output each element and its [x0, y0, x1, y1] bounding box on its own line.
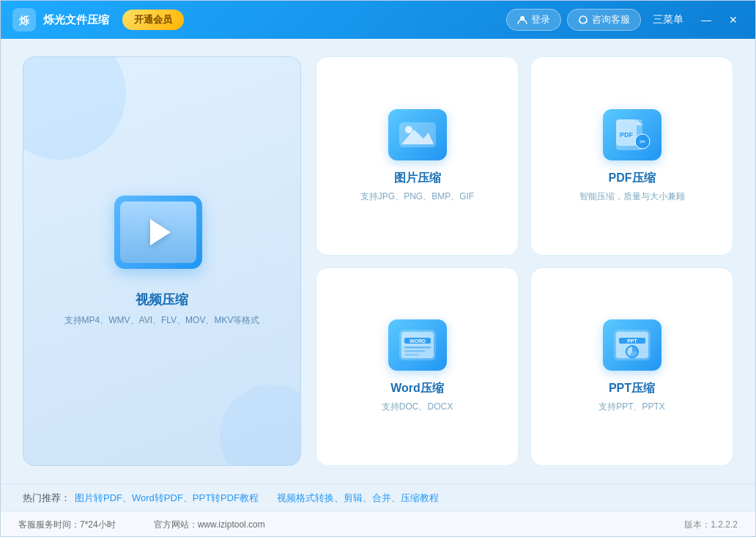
image-card-desc: 支持JPG、PNG、BMP、GIF	[360, 190, 474, 203]
ppt-card-desc: 支持PPT、PPTX	[598, 401, 665, 413]
image-compression-card[interactable]: 图片压缩 支持JPG、PNG、BMP、GIF	[316, 56, 519, 256]
hot-label: 热门推荐：	[23, 492, 70, 505]
version: 版本：1.2.2.2	[684, 519, 738, 531]
word-icon: WORD	[388, 319, 447, 371]
svg-rect-19	[404, 350, 425, 352]
svg-rect-18	[404, 347, 431, 349]
service-hours: 客服服务时间：7*24小时	[18, 519, 116, 531]
ppt-compression-card[interactable]: PPT PPT压缩 支持PPT、PPTX	[530, 267, 733, 467]
menu-button[interactable]: 三菜单	[647, 10, 689, 30]
titlebar-actions: 登录 咨询客服 三菜单 — ✕	[506, 9, 744, 31]
minimize-button[interactable]: —	[695, 11, 717, 29]
pdf-icon: PDF ✂	[603, 109, 662, 160]
pdf-compression-card[interactable]: PDF ✂ PDF压缩 智能压缩，质量与大小兼顾	[530, 56, 733, 256]
close-button[interactable]: ✕	[723, 11, 744, 29]
svg-rect-20	[404, 354, 419, 356]
app-logo: 烁	[12, 8, 36, 32]
main-content: 视频压缩 支持MP4、WMV、AVI、FLV、MOV、MKV等格式 图片压缩 支…	[1, 39, 755, 484]
footer-link-2[interactable]: 视频格式转换、剪辑、合并、压缩教程	[277, 492, 439, 505]
right-grid: 图片压缩 支持JPG、PNG、BMP、GIF PDF ✂ PDF压缩 智能	[316, 56, 733, 466]
headset-icon	[578, 15, 588, 25]
support-button[interactable]: 咨询客服	[567, 9, 641, 31]
titlebar: 烁 烁光文件压缩 开通会员 登录 咨询客服 三菜单 — ✕	[1, 1, 755, 39]
video-title: 视频压缩	[136, 291, 188, 308]
statusbar: 客服服务时间：7*24小时 官方网站：www.iziptool.com 版本：1…	[1, 511, 755, 537]
pdf-card-title: PDF压缩	[609, 171, 656, 186]
website: 官方网站：www.iziptool.com	[154, 519, 265, 531]
svg-text:烁: 烁	[18, 15, 30, 26]
svg-text:PDF: PDF	[620, 131, 634, 138]
svg-point-6	[405, 126, 412, 133]
svg-text:WORD: WORD	[409, 338, 425, 344]
image-icon	[388, 109, 447, 160]
pdf-card-desc: 智能压缩，质量与大小兼顾	[579, 190, 685, 203]
video-compression-card[interactable]: 视频压缩 支持MP4、WMV、AVI、FLV、MOV、MKV等格式	[23, 56, 301, 466]
app-title: 烁光文件压缩	[43, 13, 109, 27]
word-card-title: Word压缩	[390, 381, 444, 396]
video-icon	[114, 196, 210, 276]
ppt-icon: PPT	[603, 319, 662, 371]
footer-separator	[263, 492, 273, 505]
user-icon	[517, 15, 527, 25]
ppt-card-title: PPT压缩	[609, 381, 655, 396]
footer-link-1[interactable]: 图片转PDF、Word转PDF、PPT转PDF教程	[75, 492, 259, 505]
footer-links: 热门推荐： 图片转PDF、Word转PDF、PPT转PDF教程 视频格式转换、剪…	[1, 484, 755, 511]
login-button[interactable]: 登录	[506, 9, 561, 31]
svg-text:PPT: PPT	[627, 338, 637, 344]
image-card-title: 图片压缩	[394, 171, 441, 186]
word-compression-card[interactable]: WORD Word压缩 支持DOC、DOCX	[316, 267, 519, 467]
vip-button[interactable]: 开通会员	[122, 10, 184, 30]
status-separator	[130, 519, 139, 531]
video-desc: 支持MP4、WMV、AVI、FLV、MOV、MKV等格式	[64, 314, 260, 327]
svg-text:✂: ✂	[640, 138, 645, 146]
word-card-desc: 支持DOC、DOCX	[382, 401, 453, 413]
